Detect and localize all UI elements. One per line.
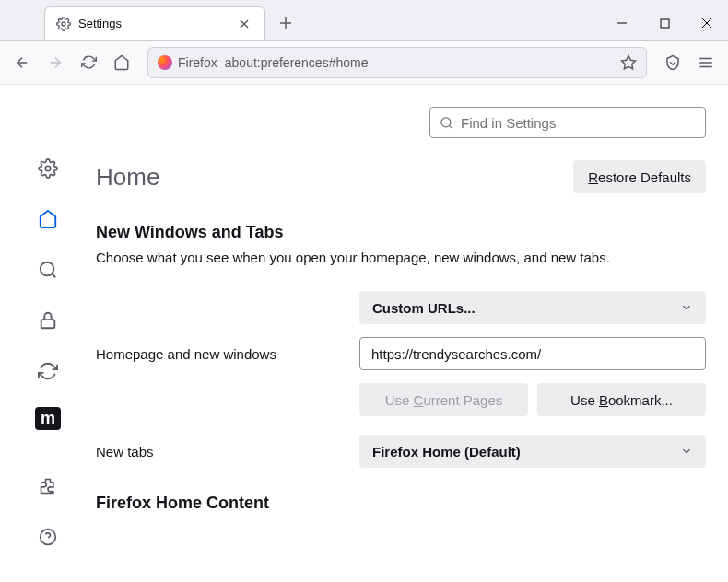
homepage-url-input[interactable] <box>359 337 706 370</box>
svg-point-8 <box>441 117 451 126</box>
section-description: Choose what you see when you open your h… <box>96 250 706 265</box>
settings-search-input[interactable]: Find in Settings <box>429 107 706 138</box>
homepage-mode-dropdown[interactable]: Custom URLs... <box>359 291 706 324</box>
svg-point-0 <box>62 22 65 26</box>
sidebar-item-sync[interactable] <box>31 356 65 387</box>
use-bookmark-button[interactable]: Use Bookmark... <box>537 383 706 416</box>
chevron-down-icon <box>680 445 693 458</box>
tab-settings[interactable]: Settings <box>44 6 265 40</box>
svg-marker-2 <box>622 55 636 68</box>
toolbar: Firefox about:preferences#home <box>0 41 728 85</box>
menu-button[interactable] <box>691 48 721 77</box>
search-icon <box>440 116 453 130</box>
new-tab-button[interactable] <box>273 10 299 36</box>
sidebar-item-search[interactable] <box>31 255 65 285</box>
maximize-button[interactable] <box>643 6 686 40</box>
dropdown-value: Firefox Home (Default) <box>372 444 521 460</box>
search-placeholder: Find in Settings <box>461 115 556 131</box>
page-title: Home <box>96 163 159 192</box>
svg-rect-5 <box>41 320 55 328</box>
use-current-pages-button[interactable]: Use Current Pages <box>359 383 528 416</box>
restore-defaults-button[interactable]: Restore Defaults <box>573 160 706 193</box>
sidebar-item-extensions[interactable] <box>31 471 65 501</box>
close-window-button[interactable] <box>686 6 728 40</box>
sidebar-item-home[interactable] <box>31 204 65 235</box>
home-button[interactable] <box>107 48 136 77</box>
minimize-button[interactable] <box>601 6 643 40</box>
sidebar-item-help[interactable] <box>31 521 65 552</box>
window-controls <box>601 6 728 40</box>
newtabs-label: New tabs <box>96 444 345 460</box>
sidebar-item-general[interactable] <box>31 154 65 184</box>
back-button[interactable] <box>7 48 37 77</box>
sidebar: m <box>0 85 96 582</box>
titlebar: Settings <box>0 0 728 41</box>
chevron-down-icon <box>680 301 693 314</box>
firefox-logo-icon <box>158 55 172 70</box>
svg-point-4 <box>41 262 54 276</box>
url-text: about:preferences#home <box>225 55 369 70</box>
sidebar-item-privacy[interactable] <box>31 306 65 336</box>
content: m Find in Settings Home Restore Defaults… <box>0 85 728 582</box>
site-identity: Firefox <box>158 55 217 70</box>
forward-button[interactable] <box>41 48 70 77</box>
homepage-label: Homepage and new windows <box>96 346 345 362</box>
newtabs-dropdown[interactable]: Firefox Home (Default) <box>359 435 706 468</box>
tab-title: Settings <box>78 17 228 30</box>
main-panel: Find in Settings Home Restore Defaults N… <box>96 85 728 582</box>
dropdown-value: Custom URLs... <box>372 300 476 316</box>
pocket-icon[interactable] <box>658 48 687 77</box>
identity-label: Firefox <box>178 55 217 70</box>
section-title: New Windows and Tabs <box>96 223 706 242</box>
section2-title: Firefox Home Content <box>96 494 706 513</box>
address-bar[interactable]: Firefox about:preferences#home <box>147 47 647 78</box>
close-icon[interactable] <box>235 15 253 33</box>
bookmark-star-icon[interactable] <box>620 54 637 71</box>
reload-button[interactable] <box>74 48 103 77</box>
sidebar-item-more[interactable]: m <box>35 407 61 431</box>
svg-rect-1 <box>661 19 669 28</box>
gear-icon <box>56 17 71 31</box>
svg-point-3 <box>45 167 51 172</box>
